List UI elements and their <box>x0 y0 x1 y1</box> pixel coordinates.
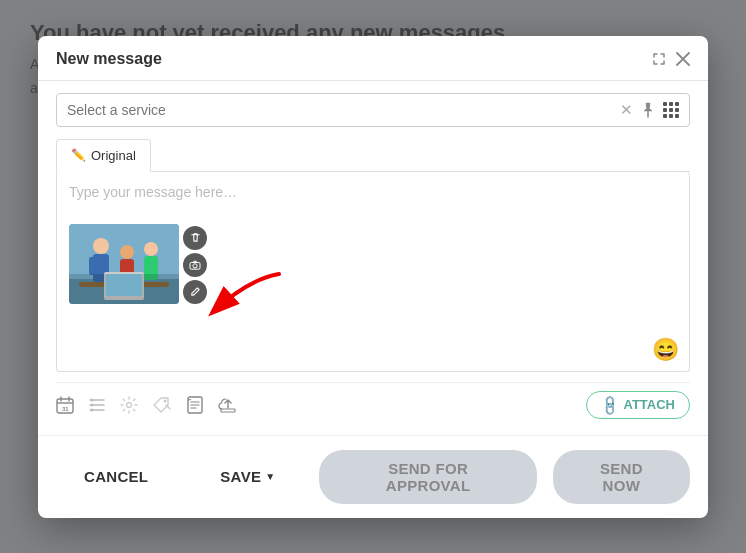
send-now-button[interactable]: SEND NOW <box>553 450 690 504</box>
svg-rect-12 <box>104 272 144 300</box>
clear-icon[interactable]: ✕ <box>620 101 633 119</box>
settings-icon[interactable] <box>120 396 138 414</box>
modal-header: New message <box>38 36 708 81</box>
svg-point-26 <box>91 403 94 406</box>
attach-button[interactable]: 🔗 ATTACH <box>586 391 690 419</box>
service-select-input[interactable] <box>67 102 620 118</box>
tab-original[interactable]: ✏️ Original <box>56 139 151 172</box>
svg-rect-3 <box>79 282 169 287</box>
image-overlay-buttons <box>183 226 207 304</box>
modal-header-icons <box>652 52 690 66</box>
toolbar-left: 31 <box>56 396 238 414</box>
svg-point-27 <box>91 408 94 411</box>
save-button[interactable]: SAVE ▼ <box>192 458 303 495</box>
svg-point-10 <box>144 242 158 256</box>
svg-rect-9 <box>120 259 134 283</box>
save-label: SAVE <box>220 468 261 485</box>
service-select-row: ✕ <box>56 93 690 127</box>
emoji-button[interactable]: 😄 <box>652 337 679 363</box>
list-icon[interactable] <box>88 396 106 414</box>
send-for-approval-button[interactable]: SEND FOR APPROVAL <box>319 450 536 504</box>
upload-icon[interactable] <box>218 396 238 414</box>
grid-icon[interactable] <box>663 102 679 118</box>
attach-label: ATTACH <box>623 397 675 412</box>
paperclip-icon: 🔗 <box>598 393 621 416</box>
modal-footer: CANCEL SAVE ▼ SEND FOR APPROVAL SEND NOW <box>38 435 708 518</box>
svg-text:31: 31 <box>62 406 69 412</box>
image-attachment <box>69 224 179 304</box>
close-icon[interactable] <box>676 52 690 66</box>
svg-point-8 <box>120 245 134 259</box>
camera-image-button[interactable] <box>183 253 207 277</box>
svg-point-15 <box>193 263 197 267</box>
tab-original-label: Original <box>91 148 136 163</box>
attachment-image <box>69 224 179 304</box>
save-caret-icon: ▼ <box>265 471 275 482</box>
message-area-wrapper: Type your message here… <box>56 172 690 372</box>
calendar-icon[interactable]: 31 <box>56 396 74 414</box>
tags-icon[interactable] <box>152 396 172 414</box>
modal-title: New message <box>56 50 162 68</box>
pencil-icon: ✏️ <box>71 148 86 162</box>
tabs-row: ✏️ Original <box>56 139 690 172</box>
new-message-modal: New message ✕ <box>38 36 708 518</box>
arrow-annotation <box>199 269 289 329</box>
book-icon[interactable] <box>186 396 204 414</box>
svg-rect-6 <box>89 257 97 275</box>
svg-rect-13 <box>106 274 142 296</box>
svg-rect-11 <box>144 256 158 280</box>
svg-point-28 <box>127 402 132 407</box>
service-select-actions: ✕ <box>620 101 679 119</box>
svg-point-4 <box>93 238 109 254</box>
message-placeholder[interactable]: Type your message here… <box>69 184 677 200</box>
expand-icon[interactable] <box>652 52 666 66</box>
modal-body: ✕ ✏️ Orig <box>38 81 708 435</box>
svg-point-25 <box>91 398 94 401</box>
toolbar-row: 31 <box>56 382 690 423</box>
delete-image-button[interactable] <box>183 226 207 250</box>
pin-icon[interactable] <box>641 102 655 118</box>
svg-rect-2 <box>69 279 179 304</box>
edit-image-button[interactable] <box>183 280 207 304</box>
svg-point-29 <box>164 399 167 402</box>
svg-rect-34 <box>221 409 235 412</box>
cancel-button[interactable]: CANCEL <box>56 458 176 495</box>
